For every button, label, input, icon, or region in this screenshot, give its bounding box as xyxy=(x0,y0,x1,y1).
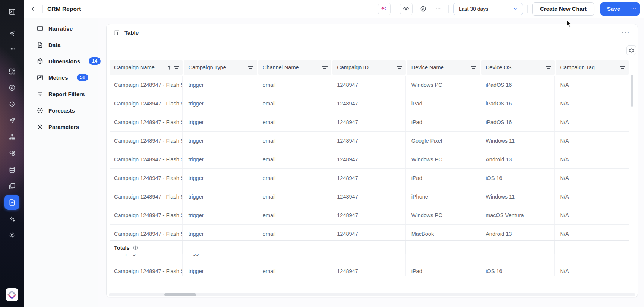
filter-icon[interactable] xyxy=(322,65,328,70)
card-title: Table xyxy=(124,29,622,36)
more-actions-button[interactable] xyxy=(433,3,444,15)
save-button[interactable]: Save xyxy=(600,2,627,16)
dashboards-icon[interactable] xyxy=(4,64,19,79)
goals-icon[interactable] xyxy=(4,96,19,111)
table-cell: trigger xyxy=(184,262,257,276)
back-button[interactable] xyxy=(28,4,38,14)
table-cell: Campaign 1248947 - Flash Sale xyxy=(110,113,183,131)
filter-icon[interactable] xyxy=(620,65,625,70)
reports-icon[interactable] xyxy=(4,195,19,210)
save-more-button[interactable]: ··· xyxy=(627,2,640,16)
table-row: Campaign 1248947 - Flash Saletriggeremai… xyxy=(110,206,629,225)
table-cell: N/A xyxy=(556,262,629,276)
hierarchy-icon[interactable] xyxy=(4,129,19,144)
column-header-device-os[interactable]: Device OS xyxy=(481,60,554,75)
table-row: Campaign 1248947 - Flash Saletriggeremai… xyxy=(110,262,629,276)
filter-icon[interactable] xyxy=(248,65,253,70)
card-more-button[interactable]: ··· xyxy=(622,31,630,35)
table-cell: N/A xyxy=(556,206,629,224)
vertical-scrollbar-thumb[interactable] xyxy=(631,75,633,107)
parameters-icon xyxy=(37,123,44,130)
totals-cell xyxy=(184,241,257,254)
table-cell: iPad xyxy=(407,113,480,131)
table-card-header: Table ··· xyxy=(107,24,638,41)
table-cell: iPad xyxy=(407,262,480,276)
column-header-campaign-id[interactable]: Campaign ID xyxy=(332,60,405,75)
column-label: Channel Name xyxy=(263,64,322,70)
horizontal-scrollbar-thumb[interactable] xyxy=(164,293,196,296)
totals-label: Totals xyxy=(114,245,130,251)
table-cell: Campaign 1248947 - Flash Sale xyxy=(110,206,183,224)
create-new-chart-button[interactable]: Create New Chart xyxy=(532,2,594,16)
column-header-campaign-tag[interactable]: Campaign Tag xyxy=(556,60,629,75)
horizontal-scrollbar[interactable] xyxy=(109,293,635,296)
table-cell: Android 13 xyxy=(481,150,554,168)
table-settings-button[interactable] xyxy=(626,45,636,55)
table-cell: 1248947 xyxy=(332,169,405,187)
table-cell: trigger xyxy=(184,187,257,206)
dimensions-icon xyxy=(37,58,44,65)
metrics-icon xyxy=(37,74,44,81)
narrative-icon xyxy=(37,25,44,32)
date-range-select[interactable]: Last 30 days xyxy=(453,3,523,15)
sidebar-item-parameters[interactable]: Parameters xyxy=(24,118,98,135)
header-divider xyxy=(448,5,449,13)
send-icon[interactable] xyxy=(4,113,19,128)
rail-divider xyxy=(3,283,21,283)
eye-button[interactable] xyxy=(400,3,413,15)
sidebar-item-metrics[interactable]: Metrics 51 xyxy=(24,69,98,86)
table-row: Campaign 1248947 - Flash Saletriggeremai… xyxy=(110,132,629,150)
ai-sparkle-button[interactable] xyxy=(378,3,391,15)
main-content: Table ··· Campaign NameCampaign TypeChan… xyxy=(98,18,644,307)
sidebar-item-forecasts[interactable]: Forecasts xyxy=(24,102,98,118)
filter-icon[interactable] xyxy=(174,65,179,70)
forecasts-icon xyxy=(37,107,44,114)
filter-icon[interactable] xyxy=(397,65,402,70)
apps-grid-icon[interactable] xyxy=(4,42,19,57)
app-logo[interactable] xyxy=(6,288,18,301)
table-row: Campaign 1248947 - Flash Saletriggeremai… xyxy=(110,94,629,113)
sidebar-item-narrative[interactable]: Narrative xyxy=(24,20,98,37)
sort-asc-icon xyxy=(167,65,171,70)
settings-icon[interactable] xyxy=(4,228,19,243)
table-row: Campaign 1248947 - Flash Saletriggeremai… xyxy=(110,169,629,187)
sidebar-item-data[interactable]: Data xyxy=(24,37,98,53)
sidebar-item-label: Narrative xyxy=(48,25,73,32)
column-label: Device Name xyxy=(411,64,471,70)
column-header-campaign-type[interactable]: Campaign Type xyxy=(184,60,257,75)
table-cell: iPadOS 16 xyxy=(481,76,554,94)
info-icon[interactable] xyxy=(133,245,138,250)
table-card: Table ··· Campaign NameCampaign TypeChan… xyxy=(106,24,638,297)
rail-divider xyxy=(3,23,21,23)
totals-row: Totals xyxy=(110,240,629,254)
sidebar-item-report-filters[interactable]: Report Filters xyxy=(24,86,98,102)
column-label: Device OS xyxy=(486,64,545,70)
table-cell: trigger xyxy=(184,94,257,113)
table-cell: 1248947 xyxy=(332,113,405,131)
panel-toggle-icon[interactable] xyxy=(4,4,19,19)
sidebar-item-label: Data xyxy=(48,42,61,48)
table-cell: email xyxy=(258,262,331,276)
ai-assist-icon[interactable] xyxy=(4,211,19,226)
table-cell: email xyxy=(258,169,331,187)
table-cell: Campaign 1248947 - Flash Sale xyxy=(110,169,183,187)
column-header-channel-name[interactable]: Channel Name xyxy=(258,60,331,75)
table-cell: 1248947 xyxy=(332,150,405,168)
column-header-device-name[interactable]: Device Name xyxy=(407,60,480,75)
explore-compass-button[interactable] xyxy=(418,3,429,15)
column-header-campaign-name[interactable]: Campaign Name xyxy=(110,60,183,75)
table-cell: Windows 11 xyxy=(481,132,554,150)
data-source-icon[interactable] xyxy=(4,162,19,177)
table-cell: iPadOS 16 xyxy=(481,94,554,113)
ai-sparkle-icon[interactable] xyxy=(4,26,19,41)
table-row: Campaign 1248947 - Flash Saletriggeremai… xyxy=(110,187,629,206)
filter-icon[interactable] xyxy=(471,65,476,70)
table-cell: Windows PC xyxy=(407,206,480,224)
compass-icon[interactable] xyxy=(4,80,19,95)
table-cell: N/A xyxy=(556,132,629,150)
filter-icon[interactable] xyxy=(546,65,551,70)
documents-icon[interactable] xyxy=(4,178,19,193)
sidebar-item-dimensions[interactable]: Dimensions 14 xyxy=(24,53,98,69)
sidebar-item-label: Metrics xyxy=(48,75,68,81)
segments-icon[interactable] xyxy=(4,146,19,161)
